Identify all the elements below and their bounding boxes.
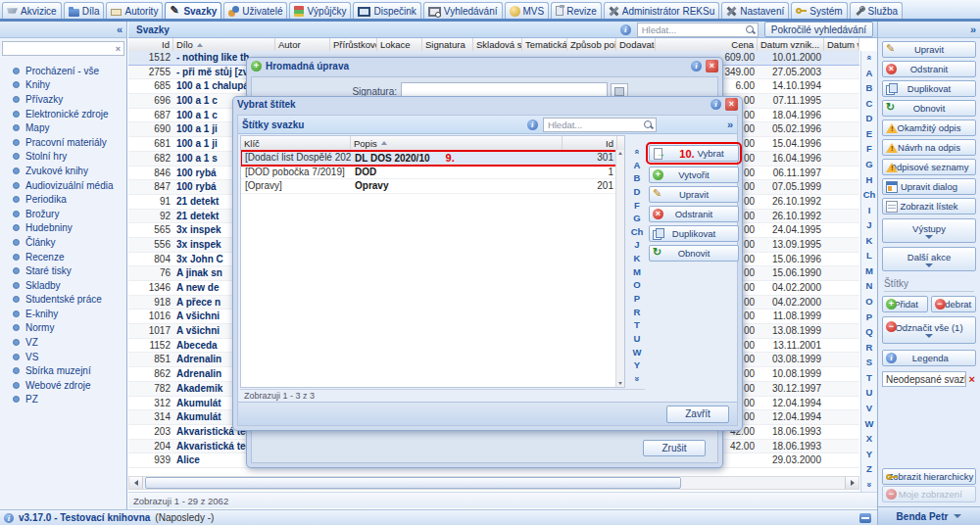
alphabet-letter[interactable]: N — [866, 281, 873, 291]
tab-autority[interactable]: Autority — [106, 2, 163, 19]
sidebar-item-pracovni-materialy[interactable]: Pracovní materiály — [0, 135, 126, 150]
scroll-left-icon[interactable] — [129, 477, 143, 489]
alphabet-letter[interactable]: T — [866, 373, 872, 383]
tab-dila[interactable]: Díla — [64, 2, 105, 19]
tag-column-header-klic[interactable]: Klíč — [241, 136, 351, 150]
navrh-na-odpis-button[interactable]: Návrh na odpis — [882, 139, 976, 156]
jump-first-icon[interactable]: « — [864, 55, 874, 60]
alphabet-letter[interactable]: V — [866, 404, 872, 413]
column-header-zpusob-por[interactable]: Způsob poř... — [567, 38, 616, 51]
clear-filter-icon[interactable]: × — [113, 44, 123, 54]
tab-vypujcky[interactable]: Výpůjčky — [289, 2, 351, 19]
show-hierarchy-button[interactable]: Zobrazit hierarchicky — [882, 468, 976, 485]
my-view-button[interactable]: Moje zobrazení — [882, 486, 976, 502]
tab-uzivatele[interactable]: Uživatelé — [223, 2, 287, 19]
view-filter-select[interactable]: Neodepsané svazk — [882, 371, 966, 387]
alphabet-letter[interactable]: L — [866, 251, 872, 261]
alphabet-letter[interactable]: W — [633, 348, 642, 358]
odstranit-button[interactable]: Odstranit — [649, 206, 739, 222]
alphabet-letter[interactable]: J — [634, 240, 639, 250]
duplikovat-button[interactable]: Duplikovat — [882, 80, 976, 97]
alphabet-letter[interactable]: T — [634, 320, 640, 330]
sidebar-item-recenze[interactable]: Recenze — [0, 250, 126, 264]
column-header-tematicka-s[interactable]: Tematická s... — [522, 38, 567, 51]
column-header-signatura[interactable]: Signatura — [422, 38, 473, 51]
tag-panel-info-icon[interactable] — [527, 119, 538, 130]
vytvorit-button[interactable]: Vytvořit — [649, 167, 739, 183]
alphabet-letter[interactable]: B — [634, 173, 641, 183]
upravit-button[interactable]: Upravit — [882, 41, 976, 58]
legend-button[interactable]: Legenda — [882, 350, 976, 366]
alphabet-letter[interactable]: O — [633, 280, 640, 290]
sidebar-filter-input[interactable] — [3, 42, 113, 55]
info-icon[interactable] — [620, 24, 631, 35]
column-header-id[interactable]: Id — [128, 38, 173, 51]
deselect-all-button[interactable]: Odznačit vše (1) — [882, 316, 976, 344]
alphabet-letter[interactable]: Z — [866, 464, 872, 474]
sidebar-item-pz[interactable]: PZ — [0, 393, 126, 407]
sidebar-item-knihy[interactable]: Knihy — [0, 78, 126, 93]
sidebar-item-hudebniny[interactable]: Hudebniny — [0, 221, 126, 236]
alphabet-letter[interactable]: P — [634, 294, 640, 304]
tab-sluzba[interactable]: Služba — [850, 2, 904, 19]
column-header-skladova-s[interactable]: Skladová s... — [473, 38, 522, 51]
alphabet-letter[interactable]: O — [865, 297, 872, 307]
user-menu[interactable]: Benda Petr — [878, 506, 980, 525]
tab-nastaveni[interactable]: Nastavení — [721, 2, 789, 19]
advanced-search-button[interactable]: Pokročilé vyhledávání — [764, 22, 873, 37]
alphabet-letter[interactable]: F — [866, 144, 872, 154]
jump-last-icon[interactable]: » — [632, 376, 642, 381]
alphabet-letter[interactable]: Y — [866, 450, 872, 459]
alphabet-letter[interactable]: S — [866, 358, 872, 367]
sidebar-item-brozury[interactable]: Brožury — [0, 207, 126, 221]
sidebar-item-normy[interactable]: Normy — [0, 321, 126, 336]
alphabet-letter[interactable]: D — [866, 114, 873, 123]
column-header-datum-vznik[interactable]: Datum vznik... — [758, 38, 824, 51]
jump-first-icon[interactable]: « — [632, 149, 642, 154]
tag-row[interactable]: [Opravy]Opravy201 — [241, 179, 624, 194]
alphabet-letter[interactable]: D — [634, 187, 641, 197]
alphabet-letter[interactable]: A — [634, 161, 641, 170]
sidebar-item-vz[interactable]: VZ — [0, 335, 126, 350]
close-button[interactable]: Zavřít — [666, 406, 729, 423]
alphabet-letter[interactable]: U — [866, 388, 873, 398]
alphabet-letter[interactable]: J — [866, 220, 871, 230]
alphabet-letter[interactable]: Ch — [863, 190, 876, 200]
column-header-cena[interactable]: Cena — [656, 38, 758, 51]
alphabet-letter[interactable]: R — [634, 308, 641, 317]
column-header-prirustkove[interactable]: Přírůstkové ... — [330, 38, 377, 51]
odstranit-button[interactable]: Odstranit — [882, 61, 976, 77]
clear-view-filter-icon[interactable]: × — [968, 373, 976, 385]
tag-column-header-popis[interactable]: Popis — [351, 136, 563, 150]
alphabet-letter[interactable]: I — [868, 206, 871, 215]
alphabet-letter[interactable]: K — [634, 254, 641, 263]
zobrazit-listek-button[interactable]: Zobrazit lístek — [882, 198, 976, 215]
tab-system[interactable]: Systém — [791, 2, 847, 19]
sidebar-item-e-knihy[interactable]: E-knihy — [0, 307, 126, 321]
column-header-lokace[interactable]: Lokace — [377, 38, 422, 51]
tab-vyhledavani[interactable]: Vyhledávání — [423, 2, 503, 19]
alphabet-letter[interactable]: Q — [865, 327, 872, 337]
tag-column-header-id[interactable]: Id — [563, 136, 617, 150]
alphabet-letter[interactable]: F — [634, 201, 640, 211]
alphabet-letter[interactable]: M — [633, 267, 641, 277]
tray-icon[interactable] — [859, 513, 871, 523]
sidebar-item-prochazeni-vse[interactable]: Procházení - vše — [0, 64, 126, 78]
alphabet-letter[interactable]: R — [866, 343, 873, 353]
alphabet-letter[interactable]: U — [634, 334, 641, 344]
alphabet-letter[interactable]: H — [866, 175, 873, 185]
vybrat-button[interactable]: 10.Vybrat — [649, 145, 739, 162]
sidebar-item-periodika[interactable]: Periodika — [0, 192, 126, 207]
tag-search-input[interactable] — [546, 119, 643, 131]
column-header-datum-vytv[interactable]: Datum vytv — [824, 38, 859, 51]
tab-dispecink[interactable]: Dispečink — [353, 2, 420, 19]
scroll-right-icon[interactable] — [845, 477, 858, 489]
column-header-dodavatel[interactable]: Dodavatel — [616, 38, 656, 51]
cancel-button[interactable]: Zrušit — [643, 440, 706, 456]
odpisove-seznamy-button[interactable]: Odpisové seznamy — [882, 159, 976, 175]
jump-last-icon[interactable]: » — [864, 482, 874, 487]
column-header-autor[interactable]: Autor — [275, 38, 330, 51]
tab-akvizice[interactable]: Akvizice — [2, 2, 62, 19]
alphabet-letter[interactable]: G — [865, 160, 872, 169]
alphabet-letter[interactable]: P — [866, 312, 872, 322]
